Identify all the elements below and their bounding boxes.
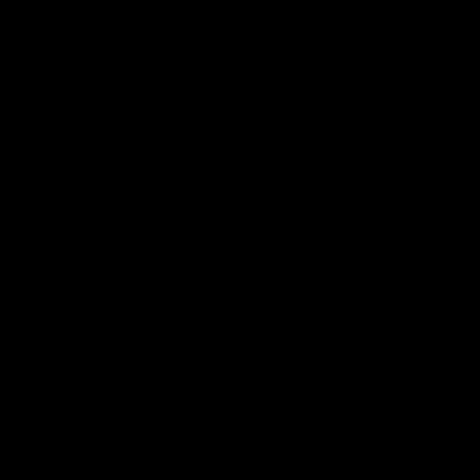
chart-frame bbox=[0, 0, 476, 476]
plot-area bbox=[17, 17, 459, 459]
plot-svg bbox=[17, 17, 459, 459]
gradient-background bbox=[17, 17, 459, 459]
